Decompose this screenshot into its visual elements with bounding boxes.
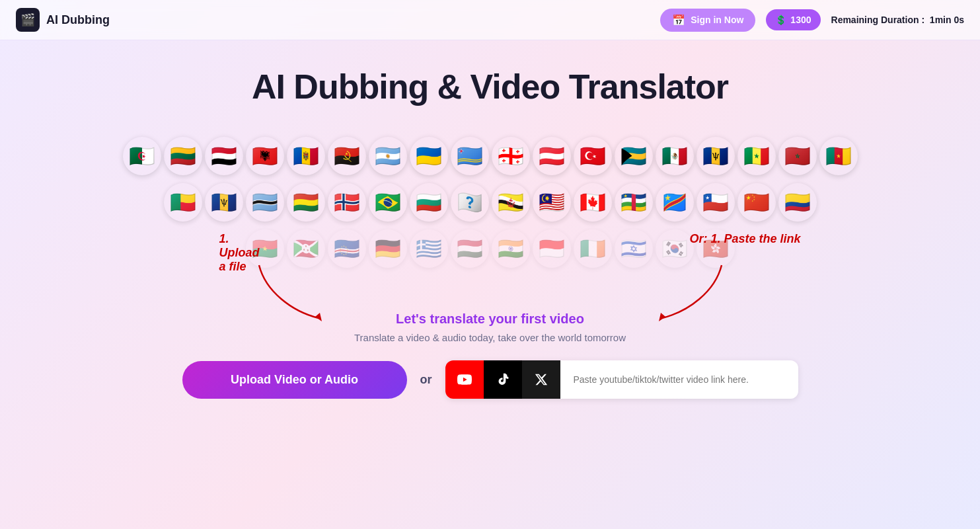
dollar-icon: 💲 [775, 15, 786, 25]
header: 🎬 AI Dubbing 📅 Sign in Now 💲 1300 Remain… [0, 0, 980, 40]
flag-icon: 🇦🇷 [369, 137, 407, 175]
flag-icon: 🇧🇼 [246, 183, 284, 222]
flag-icon: 🇧🇸 [615, 137, 653, 175]
flag-icon: 🇲🇽 [656, 137, 694, 175]
svg-marker-0 [315, 313, 322, 321]
remaining-label: Remaining Duration : [831, 15, 925, 25]
twitter-icon[interactable] [522, 360, 560, 399]
flags-row-1: 🇩🇿🇱🇹🇾🇪🇦🇱🇲🇩🇦🇴🇦🇷🇺🇦🇦🇼🇬🇪🇦🇹🇹🇷🇧🇸🇲🇽🇧🇧🇸🇳🇲🇦🇨🇲 [193, 133, 788, 179]
flag-icon: 🇧🇺 [451, 183, 489, 222]
page-title: AI Dubbing & Video Translator [252, 67, 728, 106]
tiktok-icon[interactable] [484, 360, 522, 399]
flag-icon: 🇨🇱 [697, 183, 735, 222]
flag-icon: 🇾🇪 [205, 137, 243, 175]
flag-icon: 🇨🇫 [615, 183, 653, 222]
social-input-group [445, 360, 798, 399]
flag-icon: 🇧🇬 [410, 183, 448, 222]
flag-icon: 🇦🇼 [451, 137, 489, 175]
flag-icon: 🇩🇿 [123, 137, 161, 175]
flag-icon: 🇨🇳 [737, 183, 776, 222]
flag-icon: 🇧🇷 [369, 183, 407, 222]
flag-icon: 🇹🇷 [574, 137, 612, 175]
remaining-value: 1min 0s [930, 15, 964, 25]
sign-in-button[interactable]: 📅 Sign in Now [660, 9, 755, 32]
calendar-icon: 📅 [672, 14, 685, 26]
link-input[interactable] [560, 360, 798, 399]
app-logo-icon: 🎬 [16, 8, 40, 32]
flag-icon: 🇬🇪 [492, 137, 530, 175]
flag-icon: 🇧🇧 [205, 183, 243, 222]
flag-icon: 🇲🇾 [533, 183, 571, 222]
flag-icon: 🇦🇴 [328, 137, 366, 175]
or-separator: or [420, 373, 432, 387]
flag-icon: 🇺🇦 [410, 137, 448, 175]
cta-sub: Translate a video & audio today, take ov… [354, 332, 626, 343]
upload-controls: Upload Video or Audio or [127, 360, 854, 399]
credits-amount: 1300 [790, 15, 811, 25]
header-right: 📅 Sign in Now 💲 1300 Remaining Duration … [660, 9, 964, 32]
flag-icon: 🇱🇹 [164, 137, 202, 175]
flag-icon: 🇨🇻 [328, 229, 366, 268]
center-cta: Let's translate your first video Transla… [354, 311, 626, 343]
flag-icon: 🇮🇪 [574, 229, 612, 268]
flag-icon: 🇮🇩 [533, 229, 571, 268]
flag-icon: 🇮🇳 [492, 229, 530, 268]
sign-in-label: Sign in Now [691, 15, 743, 25]
flag-icon: 🇸🇳 [737, 137, 776, 175]
paste-arrow-icon [649, 259, 728, 325]
paste-label: Or: 1. Paste the link [689, 232, 800, 246]
flag-icon: 🇬🇷 [410, 229, 448, 268]
cta-primary: Let's translate your first video [354, 311, 626, 327]
flag-icon: 🇨🇲 [819, 137, 858, 175]
remaining-duration: Remaining Duration : 1min 0s [831, 15, 964, 25]
svg-marker-1 [659, 313, 665, 321]
main-content: AI Dubbing & Video Translator 🇩🇿🇱🇹🇾🇪🇦🇱🇲🇩… [0, 40, 980, 425]
flag-icon: 🇧🇯 [164, 183, 202, 222]
flag-icon: 🇩🇪 [369, 229, 407, 268]
app-title: AI Dubbing [46, 13, 110, 27]
flag-icon: 🇧🇴 [287, 183, 325, 222]
logo-area: 🎬 AI Dubbing [16, 8, 660, 32]
flag-icon: 🇨🇦 [574, 183, 612, 222]
flag-icon: 🇦🇱 [246, 137, 284, 175]
flag-icon: 🇮🇱 [615, 229, 653, 268]
flag-icon: 🇳🇴 [328, 183, 366, 222]
flags-row-2: 🇧🇯🇧🇧🇧🇼🇧🇴🇳🇴🇧🇷🇧🇬🇧🇺🇧🇳🇲🇾🇨🇦🇨🇫🇨🇩🇨🇱🇨🇳🇨🇴 [193, 179, 788, 225]
youtube-icon[interactable] [445, 360, 484, 399]
flag-icon: 🇧🇳 [492, 183, 530, 222]
flags-container: 🇩🇿🇱🇹🇾🇪🇦🇱🇲🇩🇦🇴🇦🇷🇺🇦🇦🇼🇬🇪🇦🇹🇹🇷🇧🇸🇲🇽🇧🇧🇸🇳🇲🇦🇨🇲 🇧🇯🇧… [193, 133, 788, 272]
flag-icon: 🇲🇦 [778, 137, 817, 175]
flag-icon: 🇲🇩 [287, 137, 325, 175]
upload-section: 1. Upload a file Or: 1. Paste the link L… [127, 311, 854, 399]
flag-icon: 🇧🇧 [697, 137, 735, 175]
credits-badge[interactable]: 💲 1300 [766, 9, 820, 30]
flag-icon: 🇦🇹 [533, 137, 571, 175]
upload-arrow-icon [252, 259, 332, 325]
flag-icon: 🇨🇴 [778, 183, 817, 222]
flag-icon: 🇭🇺 [451, 229, 489, 268]
flag-icon: 🇨🇩 [656, 183, 694, 222]
upload-button[interactable]: Upload Video or Audio [182, 361, 407, 399]
